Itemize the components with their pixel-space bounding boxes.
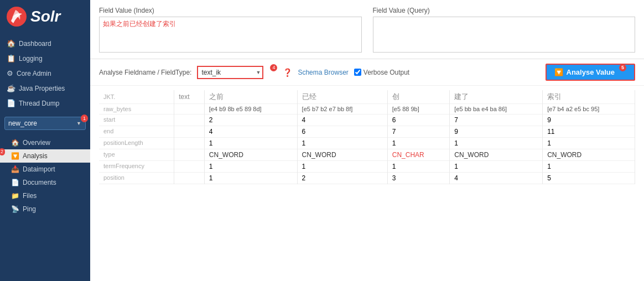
cell-position-3: 3 — [387, 173, 450, 184]
results-header-row: JKT. text 之前 已经 创 建了 — [99, 90, 635, 104]
sidebar-item-core-admin[interactable]: ⚙ Core Admin — [0, 66, 90, 81]
verbose-output-label: Verbose Output — [363, 69, 409, 76]
cell-start-3: 6 — [387, 115, 450, 126]
results-area: JKT. text 之前 已经 创 建了 — [90, 86, 644, 281]
sidebar-item-logging[interactable]: 📋 Logging — [0, 51, 90, 66]
cell-position-0 — [174, 173, 205, 184]
sidebar-item-thread-dump[interactable]: 📄 Thread Dump — [0, 96, 90, 111]
field-value-index-label: Field Value (Index) — [99, 7, 362, 14]
col-yijing: 已经 — [297, 90, 387, 104]
cell-end-3: 7 — [387, 126, 450, 138]
analysis-label: Analysis — [23, 152, 48, 160]
row-label-end: end — [99, 126, 174, 138]
core-admin-icon: ⚙ — [7, 69, 13, 77]
analyse-btn-label: Analyse Value — [567, 68, 615, 76]
cell-start-1: 2 — [204, 115, 297, 126]
cell-end-2: 6 — [297, 126, 387, 138]
cell-end-0 — [174, 126, 205, 138]
analyse-fieldname-label: Analyse Fieldname / FieldType: — [99, 69, 191, 76]
cell-start-0 — [174, 115, 205, 126]
analyse-value-button[interactable]: 🔽 Analyse Value 5 — [546, 64, 635, 81]
cell-termFrequency-4: 1 — [450, 161, 543, 173]
core-nav-dataimport[interactable]: 📥 Dataimport — [0, 163, 90, 176]
table-row: raw_bytes[e4 b9 8b e5 89 8d][e5 b7 b2 e7… — [99, 104, 635, 115]
java-properties-label: Java Properties — [19, 85, 65, 92]
cell-positionLength-0 — [174, 138, 205, 149]
cell-positionLength-5: 1 — [543, 138, 635, 149]
row-label-type: type — [99, 149, 174, 161]
cell-position-5: 5 — [543, 173, 635, 184]
cell-raw_bytes-2: [e5 b7 b2 e7 bb 8f] — [297, 104, 387, 115]
cell-raw_bytes-0 — [174, 104, 205, 115]
core-admin-label: Core Admin — [17, 70, 51, 77]
table-row: start24679 — [99, 115, 635, 126]
cell-type-0 — [174, 149, 205, 161]
main-nav: 🏠 Dashboard 📋 Logging ⚙ Core Admin ☕ Jav… — [0, 33, 90, 113]
files-icon: 📁 — [11, 192, 19, 200]
analyse-row: Analyse Fieldname / FieldType: text_ik t… — [90, 59, 644, 86]
schema-browser-link[interactable]: Schema Browser — [298, 69, 348, 76]
cell-end-1: 4 — [204, 126, 297, 138]
table-row: positionLength11111 — [99, 138, 635, 149]
col-jianle: 建了 — [450, 90, 543, 104]
sidebar: Solr 🏠 Dashboard 📋 Logging ⚙ Core Admin … — [0, 0, 90, 281]
analysis-icon: 🔽 — [11, 152, 19, 160]
field-value-query-section: Field Value (Query) — [373, 7, 636, 54]
verbose-output-checkbox[interactable] — [354, 69, 361, 76]
badge-5: 5 — [619, 64, 626, 71]
col-text: text — [174, 90, 205, 104]
core-nav-files[interactable]: 📁 Files — [0, 189, 90, 202]
table-row: typeCN_WORDCN_WORDCN_CHARCN_WORDCN_WORD — [99, 149, 635, 161]
table-row: position12345 — [99, 173, 635, 184]
badge-4: 4 — [270, 64, 277, 71]
cell-positionLength-3: 1 — [387, 138, 450, 149]
filter-icon: 🔽 — [554, 68, 563, 76]
core-nav-ping[interactable]: 📡 Ping — [0, 202, 90, 216]
sidebar-item-dashboard[interactable]: 🏠 Dashboard — [0, 36, 90, 51]
java-properties-icon: ☕ — [7, 84, 15, 92]
col-suoyin: 索引 — [543, 90, 635, 104]
core-nav-documents[interactable]: 📄 Documents — [0, 176, 90, 189]
cell-raw_bytes-3: [e5 88 9b] — [387, 104, 450, 115]
cell-type-2: CN_WORD — [297, 149, 387, 161]
field-value-query-label: Field Value (Query) — [373, 7, 636, 14]
col-ziqian: 之前 — [204, 90, 297, 104]
analysis-badge-2: 2 — [0, 148, 5, 155]
dashboard-icon: 🏠 — [7, 39, 15, 48]
cell-positionLength-1: 1 — [204, 138, 297, 149]
results-table: JKT. text 之前 已经 创 建了 — [99, 90, 635, 184]
main-content: Field Value (Index) 如果之前已经创建了索引 Field Va… — [90, 0, 644, 281]
cell-raw_bytes-4: [e5 bb ba e4 ba 86] — [450, 104, 543, 115]
core-nav-overview[interactable]: 🏠 Overview — [0, 136, 90, 149]
ping-label: Ping — [23, 205, 36, 213]
logging-label: Logging — [19, 55, 43, 63]
fieldtype-wrapper: text_ik text string — [197, 66, 263, 79]
cell-start-5: 9 — [543, 115, 635, 126]
field-value-index-section: Field Value (Index) 如果之前已经创建了索引 — [99, 7, 362, 54]
documents-icon: 📄 — [11, 179, 19, 186]
col-text-label: text — [179, 93, 189, 101]
core-nav-analysis[interactable]: 🔽 Analysis 2 — [0, 149, 90, 163]
field-value-query-textarea[interactable] — [373, 17, 636, 53]
overview-icon: 🏠 — [11, 139, 19, 147]
col-chuang: 创 — [387, 90, 450, 104]
cell-type-4: CN_WORD — [450, 149, 543, 161]
results-tbody: raw_bytes[e4 b9 8b e5 89 8d][e5 b7 b2 e7… — [99, 104, 635, 184]
sidebar-item-java-properties[interactable]: ☕ Java Properties — [0, 81, 90, 96]
top-bar: Field Value (Index) 如果之前已经创建了索引 Field Va… — [90, 0, 644, 59]
cell-termFrequency-3: 1 — [387, 161, 450, 173]
core-select[interactable]: new_core — [4, 117, 86, 130]
files-label: Files — [23, 192, 37, 200]
field-value-index-textarea[interactable]: 如果之前已经创建了索引 — [99, 17, 362, 53]
verbose-output-wrapper: Verbose Output — [354, 69, 409, 76]
thread-dump-icon: 📄 — [7, 99, 15, 107]
table-row: end467911 — [99, 126, 635, 138]
dataimport-icon: 📥 — [11, 165, 19, 173]
overview-label: Overview — [23, 139, 50, 147]
question-icon: ❓ — [283, 68, 292, 77]
cell-positionLength-4: 1 — [450, 138, 543, 149]
dashboard-label: Dashboard — [19, 40, 51, 48]
solr-logo-text: Solr — [30, 8, 60, 25]
fieldtype-select[interactable]: text_ik text string — [197, 66, 263, 79]
core-selector-wrapper: new_core 1 — [4, 117, 86, 130]
